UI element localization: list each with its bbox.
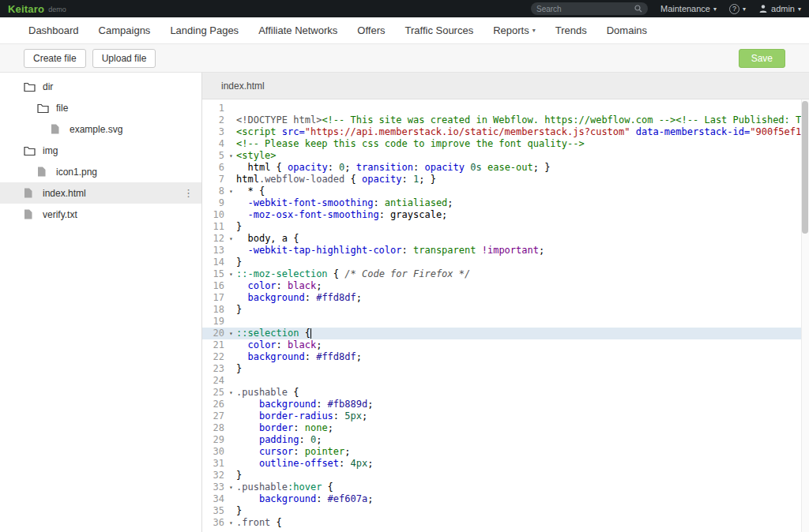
nav-item-trends[interactable]: Trends [555, 24, 587, 36]
editor-scrollbar[interactable] [801, 99, 809, 532]
nav-item-domains[interactable]: Domains [607, 24, 647, 36]
nav-item-reports[interactable]: Reports▾ [493, 24, 536, 36]
line-number: 6 [202, 162, 226, 174]
code-line[interactable]: 33▾.pushable:hover { [202, 481, 809, 493]
save-button[interactable]: Save [739, 49, 785, 68]
code-token: ; [328, 422, 333, 433]
code-line[interactable]: 11} [202, 221, 809, 233]
code-line[interactable]: 29 padding: 0; [202, 434, 809, 446]
code-line[interactable]: 23} [202, 363, 809, 375]
code-line[interactable]: 15▾::-moz-selection { /* Code for Firefo… [202, 268, 809, 280]
code-editor[interactable]: 12<!DOCTYPE html><!-- This site was crea… [202, 99, 809, 532]
code-token [236, 245, 247, 256]
nav-item-dashboard[interactable]: Dashboard [28, 24, 79, 36]
code-line[interactable]: 19 [202, 316, 809, 328]
tree-item-label: dir [43, 81, 53, 92]
code-line[interactable]: 8▾ * { [202, 185, 809, 197]
code-token: ; } [419, 174, 436, 185]
fold-arrow-icon[interactable]: ▾ [226, 387, 236, 399]
code-line[interactable]: 12▾ body, a { [202, 233, 809, 245]
tree-item-dir[interactable]: dir [0, 76, 201, 97]
tree-item-example-svg[interactable]: example.svg [0, 118, 201, 140]
code-token: : [402, 174, 413, 185]
app-logo-suffix: demo [48, 6, 66, 13]
code-token: #ef607a [328, 493, 368, 504]
editor-tab[interactable]: index.html [213, 74, 273, 98]
code-token: ::selection [236, 328, 299, 339]
nav-item-offers[interactable]: Offers [357, 24, 385, 36]
scrollbar-thumb[interactable] [802, 101, 808, 234]
code-token: background [259, 493, 316, 504]
code-text: html { opacity: 0; transition: opacity 0… [236, 162, 809, 174]
maintenance-menu[interactable]: Maintenance ▾ [660, 4, 717, 13]
code-line[interactable]: 16 color: black; [202, 280, 809, 292]
code-line[interactable]: 35} [202, 505, 809, 517]
folder-icon [24, 81, 36, 92]
code-line[interactable]: 22 background: #ffd8df; [202, 351, 809, 363]
item-menu-icon[interactable]: ⋮ [183, 187, 194, 199]
fold-gutter [226, 114, 236, 126]
code-line[interactable]: 7html.webflow-loaded { opacity: 1; } [202, 174, 809, 185]
code-line[interactable]: 2<!DOCTYPE html><!-- This site was creat… [202, 114, 809, 126]
code-token: color [247, 339, 276, 350]
code-line[interactable]: 18} [202, 304, 809, 316]
code-line[interactable]: 24 [202, 375, 809, 387]
nav-item-landing-pages[interactable]: Landing Pages [170, 24, 239, 36]
line-number: 18 [202, 304, 226, 316]
code-line[interactable]: 30 cursor: pointer; [202, 446, 809, 458]
code-token [482, 162, 487, 173]
help-menu[interactable]: ? ▾ [729, 4, 746, 14]
fold-gutter [226, 174, 236, 185]
search-input[interactable] [536, 5, 634, 13]
code-line[interactable]: 20▾::selection { [202, 328, 809, 339]
line-number: 7 [202, 174, 226, 185]
fold-arrow-icon[interactable]: ▾ [226, 517, 236, 529]
search-box[interactable] [531, 2, 648, 15]
code-line[interactable]: 17 background: #ffd8df; [202, 292, 809, 304]
code-line[interactable]: 5▾<style> [202, 150, 809, 162]
fold-arrow-icon[interactable]: ▾ [226, 233, 236, 245]
code-text: cursor: pointer; [236, 446, 809, 458]
code-line[interactable]: 31 outline-offset: 4px; [202, 458, 809, 470]
tree-item-index-html[interactable]: index.html⋮ [0, 182, 201, 204]
code-token: ; [442, 209, 447, 220]
code-line[interactable]: 28 border: none; [202, 422, 809, 434]
file-icon [51, 124, 63, 134]
nav-item-traffic-sources[interactable]: Traffic Sources [404, 24, 473, 36]
tree-item-verify-txt[interactable]: verify.txt [0, 204, 201, 225]
code-line[interactable]: 32} [202, 470, 809, 481]
code-line[interactable]: 21 color: black; [202, 339, 809, 351]
search-icon[interactable] [634, 5, 642, 13]
fold-arrow-icon[interactable]: ▾ [226, 150, 236, 162]
nav-item-affiliate-networks[interactable]: Affiliate Networks [258, 24, 337, 36]
code-line[interactable]: 36▾.front { [202, 517, 809, 529]
code-line[interactable]: 3<script src="https://api.memberstack.io… [202, 126, 809, 138]
fold-arrow-icon[interactable]: ▾ [226, 328, 236, 339]
upload-file-button[interactable]: Upload file [92, 49, 156, 68]
code-line[interactable]: 34 background: #ef607a; [202, 493, 809, 505]
code-line[interactable]: 6 html { opacity: 0; transition: opacity… [202, 162, 809, 174]
code-line[interactable]: 4<!-- Please keep this css code to impro… [202, 138, 809, 150]
code-line[interactable]: 1 [202, 103, 809, 114]
tree-item-file[interactable]: file [0, 97, 201, 118]
code-token: } [236, 304, 242, 315]
tree-item-icon1-png[interactable]: icon1.png [0, 161, 201, 182]
fold-arrow-icon[interactable]: ▾ [226, 185, 236, 197]
create-file-button[interactable]: Create file [24, 49, 86, 68]
tree-item-img[interactable]: img [0, 140, 201, 161]
folder-icon [24, 145, 36, 155]
code-line[interactable]: 27 border-radius: 5px; [202, 410, 809, 422]
fold-arrow-icon[interactable]: ▾ [226, 268, 236, 280]
code-line[interactable]: 13 -webkit-tap-highlight-color: transpar… [202, 245, 809, 257]
app-logo: Keitaro [8, 3, 44, 15]
code-line[interactable]: 10 -moz-osx-font-smoothing: grayscale; [202, 209, 809, 221]
code-text: .pushable { [236, 387, 809, 399]
fold-arrow-icon[interactable]: ▾ [226, 481, 236, 493]
fold-gutter [226, 257, 236, 268]
code-line[interactable]: 26 background: #fb889d; [202, 399, 809, 410]
nav-item-campaigns[interactable]: Campaigns [99, 24, 151, 36]
code-line[interactable]: 14} [202, 257, 809, 268]
admin-menu[interactable]: admin ▾ [758, 4, 801, 13]
code-line[interactable]: 9 -webkit-font-smoothing: antialiased; [202, 197, 809, 209]
code-line[interactable]: 25▾.pushable { [202, 387, 809, 399]
